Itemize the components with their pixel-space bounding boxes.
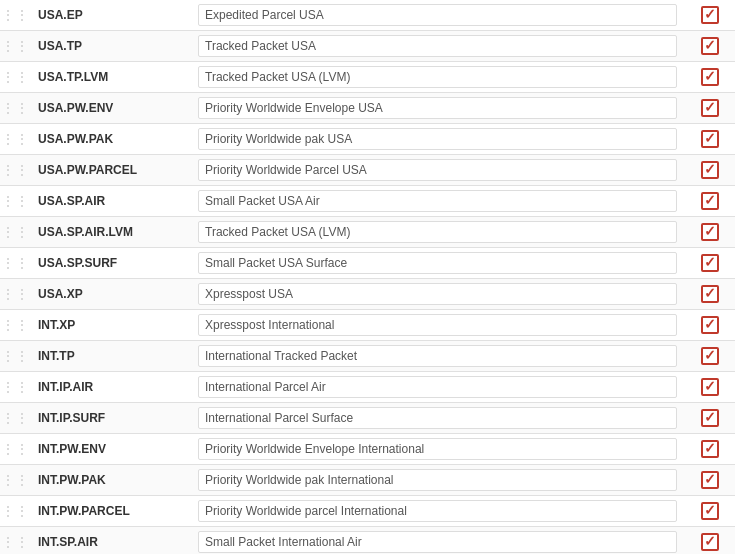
drag-handle[interactable]: ⋮⋮ xyxy=(0,441,30,457)
table-row: ⋮⋮ INT.TP xyxy=(0,341,735,372)
drag-handle[interactable]: ⋮⋮ xyxy=(0,100,30,116)
drag-icon: ⋮⋮ xyxy=(1,224,29,240)
service-name-input[interactable] xyxy=(198,438,677,460)
service-name-input[interactable] xyxy=(198,500,677,522)
service-name-input[interactable] xyxy=(198,221,677,243)
checkbox-container[interactable] xyxy=(701,316,719,334)
drag-handle[interactable]: ⋮⋮ xyxy=(0,7,30,23)
service-name-cell xyxy=(190,93,685,123)
service-name-cell xyxy=(190,372,685,402)
service-name-input[interactable] xyxy=(198,190,677,212)
drag-handle[interactable]: ⋮⋮ xyxy=(0,162,30,178)
table-row: ⋮⋮ INT.PW.ENV xyxy=(0,434,735,465)
service-name-input[interactable] xyxy=(198,283,677,305)
drag-handle[interactable]: ⋮⋮ xyxy=(0,131,30,147)
drag-icon: ⋮⋮ xyxy=(1,534,29,550)
service-code: USA.SP.AIR.LVM xyxy=(30,221,190,243)
service-name-input[interactable] xyxy=(198,35,677,57)
service-checkbox-cell xyxy=(685,409,735,427)
service-name-input[interactable] xyxy=(198,314,677,336)
service-name-input[interactable] xyxy=(198,97,677,119)
service-code: INT.TP xyxy=(30,345,190,367)
drag-handle[interactable]: ⋮⋮ xyxy=(0,472,30,488)
drag-handle[interactable]: ⋮⋮ xyxy=(0,317,30,333)
table-row: ⋮⋮ INT.XP xyxy=(0,310,735,341)
checkbox-container[interactable] xyxy=(701,409,719,427)
drag-icon: ⋮⋮ xyxy=(1,193,29,209)
checkbox-container[interactable] xyxy=(701,192,719,210)
checkbox-container[interactable] xyxy=(701,285,719,303)
drag-icon: ⋮⋮ xyxy=(1,317,29,333)
drag-handle[interactable]: ⋮⋮ xyxy=(0,286,30,302)
checkbox-container[interactable] xyxy=(701,99,719,117)
checkbox-container[interactable] xyxy=(701,347,719,365)
table-row: ⋮⋮ USA.PW.PAK xyxy=(0,124,735,155)
service-code: INT.IP.AIR xyxy=(30,376,190,398)
service-name-cell xyxy=(190,310,685,340)
service-name-input[interactable] xyxy=(198,376,677,398)
drag-icon: ⋮⋮ xyxy=(1,69,29,85)
drag-handle[interactable]: ⋮⋮ xyxy=(0,255,30,271)
service-code: USA.XP xyxy=(30,283,190,305)
service-code: USA.PW.PARCEL xyxy=(30,159,190,181)
table-row: ⋮⋮ USA.XP xyxy=(0,279,735,310)
service-checkbox-cell xyxy=(685,99,735,117)
table-row: ⋮⋮ USA.SP.AIR.LVM xyxy=(0,217,735,248)
table-row: ⋮⋮ INT.IP.SURF xyxy=(0,403,735,434)
service-checkbox-cell xyxy=(685,347,735,365)
service-checkbox-cell xyxy=(685,161,735,179)
service-name-input[interactable] xyxy=(198,531,677,553)
checkbox-container[interactable] xyxy=(701,471,719,489)
service-name-cell xyxy=(190,124,685,154)
drag-handle[interactable]: ⋮⋮ xyxy=(0,410,30,426)
service-name-input[interactable] xyxy=(198,159,677,181)
table-row: ⋮⋮ USA.EP xyxy=(0,0,735,31)
drag-handle[interactable]: ⋮⋮ xyxy=(0,38,30,54)
drag-handle[interactable]: ⋮⋮ xyxy=(0,69,30,85)
service-checkbox-cell xyxy=(685,68,735,86)
service-code: INT.PW.ENV xyxy=(30,438,190,460)
checkbox-container[interactable] xyxy=(701,6,719,24)
drag-handle[interactable]: ⋮⋮ xyxy=(0,193,30,209)
service-code: USA.SP.AIR xyxy=(30,190,190,212)
service-name-input[interactable] xyxy=(198,407,677,429)
table-row: ⋮⋮ INT.PW.PARCEL xyxy=(0,496,735,527)
checkbox-container[interactable] xyxy=(701,37,719,55)
drag-handle[interactable]: ⋮⋮ xyxy=(0,379,30,395)
service-name-input[interactable] xyxy=(198,252,677,274)
drag-handle[interactable]: ⋮⋮ xyxy=(0,348,30,364)
service-checkbox-cell xyxy=(685,533,735,551)
service-name-input[interactable] xyxy=(198,469,677,491)
service-checkbox-cell xyxy=(685,192,735,210)
service-code: USA.SP.SURF xyxy=(30,252,190,274)
checkbox-container[interactable] xyxy=(701,161,719,179)
service-checkbox-cell xyxy=(685,285,735,303)
service-name-cell xyxy=(190,62,685,92)
service-name-input[interactable] xyxy=(198,345,677,367)
drag-handle[interactable]: ⋮⋮ xyxy=(0,534,30,550)
service-name-input[interactable] xyxy=(198,66,677,88)
service-code: USA.PW.PAK xyxy=(30,128,190,150)
drag-handle[interactable]: ⋮⋮ xyxy=(0,503,30,519)
service-name-input[interactable] xyxy=(198,128,677,150)
drag-icon: ⋮⋮ xyxy=(1,38,29,54)
checkbox-container[interactable] xyxy=(701,68,719,86)
checkbox-container[interactable] xyxy=(701,223,719,241)
drag-icon: ⋮⋮ xyxy=(1,7,29,23)
drag-handle[interactable]: ⋮⋮ xyxy=(0,224,30,240)
service-name-input[interactable] xyxy=(198,4,677,26)
checkbox-container[interactable] xyxy=(701,533,719,551)
drag-icon: ⋮⋮ xyxy=(1,441,29,457)
table-row: ⋮⋮ USA.TP.LVM xyxy=(0,62,735,93)
checkbox-container[interactable] xyxy=(701,254,719,272)
checkbox-container[interactable] xyxy=(701,440,719,458)
service-code: USA.EP xyxy=(30,4,190,26)
drag-icon: ⋮⋮ xyxy=(1,286,29,302)
service-name-cell xyxy=(190,496,685,526)
checkbox-container[interactable] xyxy=(701,378,719,396)
service-name-cell xyxy=(190,217,685,247)
service-checkbox-cell xyxy=(685,378,735,396)
checkbox-container[interactable] xyxy=(701,502,719,520)
checkbox-container[interactable] xyxy=(701,130,719,148)
service-code: INT.PW.PAK xyxy=(30,469,190,491)
